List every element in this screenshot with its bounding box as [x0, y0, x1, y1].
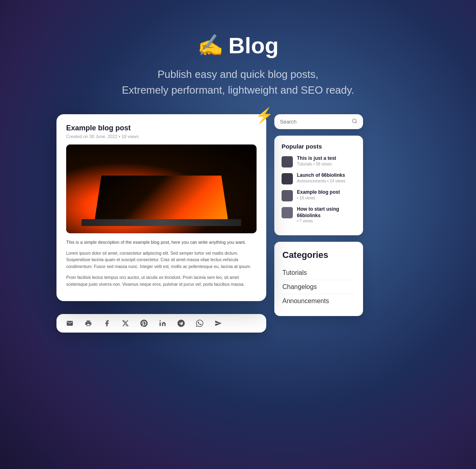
blog-post-card: ⚡ Example blog post Created on 30 June, … [56, 114, 266, 301]
main-content: ⚡ Example blog post Created on 30 June, … [56, 114, 420, 333]
share-facebook-icon[interactable] [103, 320, 111, 327]
page-header: ✍️ Blog Publish easy and quick blog post… [122, 0, 354, 98]
popular-post-thumb-4 [282, 207, 293, 218]
page-title: Blog [228, 32, 278, 59]
post-description: This is a simple description of the exam… [66, 239, 257, 246]
popular-post-name-1: This is just a test [297, 155, 356, 162]
left-column: ⚡ Example blog post Created on 30 June, … [56, 114, 266, 333]
popular-post-info-2: Launch of 66biolinks Announcements • 24 … [297, 172, 356, 183]
popular-post-sub-2: Announcements • 24 views [297, 179, 356, 183]
title-row: ✍️ Blog [122, 32, 354, 59]
post-title: Example blog post [66, 124, 257, 132]
post-body-2: Proin facilisis lectus tempus orci aucto… [66, 274, 257, 288]
share-pinterest-icon[interactable] [140, 320, 148, 327]
laptop-visual [66, 144, 257, 233]
category-item-tutorials[interactable]: Tutorials [282, 266, 355, 280]
popular-post-sub-1: Tutorials • 58 views [297, 162, 356, 166]
post-meta: Created on 30 June, 2022 • 18 views [66, 134, 257, 139]
popular-post-thumb-2 [282, 173, 293, 184]
popular-post-sub-4: • 7 views [297, 219, 356, 223]
share-bar [56, 314, 266, 333]
popular-post-item-2[interactable]: Launch of 66biolinks Announcements • 24 … [282, 172, 356, 184]
post-image [66, 144, 257, 233]
popular-post-info-4: How to start using 66biolinks • 7 views [297, 206, 356, 223]
svg-point-1 [353, 119, 356, 123]
popular-post-item-4[interactable]: How to start using 66biolinks • 7 views [282, 206, 356, 223]
popular-post-info-1: This is just a test Tutorials • 58 views [297, 155, 356, 166]
blog-emoji: ✍️ [197, 33, 223, 58]
search-button[interactable] [352, 118, 357, 125]
popular-post-item-3[interactable]: Example blog post • 18 views [282, 189, 356, 201]
popular-post-name-4: How to start using 66biolinks [297, 206, 356, 219]
page-subtitle: Publish easy and quick blog posts, Extre… [122, 67, 354, 98]
popular-post-name-3: Example blog post [297, 189, 356, 196]
popular-post-info-3: Example blog post • 18 views [297, 189, 356, 200]
svg-line-2 [356, 122, 357, 124]
popular-post-sub-3: • 18 views [297, 196, 356, 200]
categories-title: Categories [282, 250, 355, 260]
popular-posts-title: Popular posts [282, 143, 356, 150]
category-item-announcements[interactable]: Announcements [282, 294, 355, 308]
share-linkedin-icon[interactable] [159, 320, 166, 327]
post-body-1: Lorem ipsum dolor sit amet, consectetur … [66, 250, 257, 270]
search-input[interactable] [280, 119, 349, 125]
share-telegram-circle-icon[interactable] [177, 320, 185, 327]
share-print-icon[interactable] [85, 320, 92, 327]
popular-post-thumb-3 [282, 190, 293, 201]
category-item-changelogs[interactable]: Changelogs [282, 280, 355, 294]
share-twitter-x-icon[interactable] [122, 320, 129, 327]
share-email-icon[interactable] [66, 320, 73, 327]
share-telegram-icon[interactable] [215, 320, 222, 327]
popular-post-name-2: Launch of 66biolinks [297, 172, 356, 179]
popular-posts-card: Popular posts This is just a test Tutori… [274, 136, 363, 235]
svg-point-0 [160, 320, 161, 322]
share-whatsapp-icon[interactable] [196, 320, 203, 327]
popular-post-thumb-1 [282, 156, 293, 168]
lightning-icon: ⚡ [255, 107, 273, 124]
search-box [274, 114, 363, 129]
popular-post-item-1[interactable]: This is just a test Tutorials • 58 views [282, 155, 356, 168]
sidebar: Popular posts This is just a test Tutori… [274, 114, 363, 316]
categories-card: Categories Tutorials Changelogs Announce… [274, 242, 363, 316]
